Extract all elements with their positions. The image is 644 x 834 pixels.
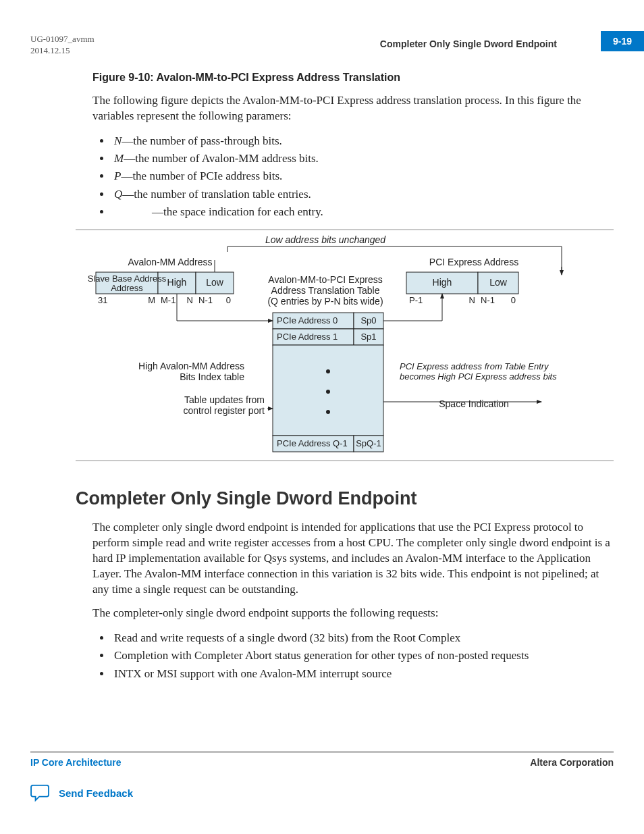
send-feedback-link[interactable]: Send Feedback: [30, 784, 614, 802]
svg-text:Low address bits unchanged: Low address bits unchanged: [265, 234, 386, 245]
svg-text:PCIe Address Q-1: PCIe Address Q-1: [277, 438, 348, 448]
doc-meta: UG-01097_avmm 2014.12.15: [30, 34, 95, 57]
svg-text:0: 0: [226, 295, 231, 305]
svg-text:High: High: [167, 277, 187, 288]
svg-text:Avalon-MM-to-PCI Express: Avalon-MM-to-PCI Express: [268, 274, 382, 285]
svg-text:Slave Base Address: Slave Base Address: [88, 273, 167, 284]
list-item: M—the number of Avalon-MM address bits.: [111, 150, 614, 167]
page-header: UG-01097_avmm 2014.12.15 Completer Only …: [30, 34, 614, 57]
feedback-label: Send Feedback: [59, 787, 133, 799]
requests-list: Read and write requests of a single dwor…: [92, 629, 614, 683]
list-item: INTX or MSI support with one Avalon‑MM i…: [111, 665, 614, 683]
page-footer: IP Core Architecture Altera Corporation …: [30, 751, 614, 802]
section-heading: Completer Only Single Dword Endpoint: [76, 488, 614, 509]
list-item: —the space indication for each entry.: [111, 203, 614, 221]
svg-text:SpQ-1: SpQ-1: [356, 438, 381, 448]
svg-text:High Avalon-MM Address: High Avalon-MM Address: [138, 361, 244, 371]
list-item: Completion with Completer Abort status g…: [111, 647, 614, 664]
figure-caption: Figure 9-10: Avalon-MM-to-PCI Express Ad…: [92, 72, 614, 84]
svg-text:31: 31: [98, 295, 107, 305]
svg-text:P-1: P-1: [409, 295, 423, 305]
svg-text:N-1: N-1: [481, 295, 495, 305]
divider: [76, 229, 614, 230]
variable-list: N—the number of pass-through bits. M—the…: [92, 132, 614, 221]
svg-text:M: M: [148, 295, 155, 305]
svg-text:Address Translation Table: Address Translation Table: [271, 285, 380, 296]
svg-text:(Q entries by P-N bits wide): (Q entries by P-N bits wide): [267, 296, 383, 307]
list-item: N—the number of pass-through bits.: [111, 132, 614, 150]
svg-text:High: High: [433, 277, 452, 288]
svg-text:Address: Address: [111, 283, 143, 293]
intro-paragraph: The following figure depicts the Avalon-…: [92, 93, 614, 124]
svg-text:0: 0: [511, 295, 516, 305]
svg-text:control register port: control register port: [183, 405, 265, 416]
list-item: Read and write requests of a single dwor…: [111, 629, 614, 647]
svg-text:Space Indication: Space Indication: [439, 398, 509, 409]
svg-text:Avalon-MM Address: Avalon-MM Address: [128, 257, 212, 267]
svg-point-36: [326, 369, 330, 373]
svg-text:PCIe Address 1: PCIe Address 1: [277, 332, 338, 342]
svg-text:Low: Low: [489, 277, 508, 288]
svg-text:PCIe Address 0: PCIe Address 0: [277, 315, 338, 325]
section-paragraph: The completer only single dword endpoint…: [92, 520, 614, 598]
svg-text:N: N: [187, 295, 193, 305]
svg-text:Table updates from: Table updates from: [184, 394, 265, 405]
svg-text:N-1: N-1: [198, 295, 213, 305]
footer-left-link[interactable]: IP Core Architecture: [30, 757, 122, 768]
svg-text:PCI Express address from Table: PCI Express address from Table Entry: [400, 361, 549, 371]
svg-text:N: N: [469, 295, 475, 305]
page-number-tab: 9-19: [601, 31, 644, 51]
list-item: Q—the number of translation table entrie…: [111, 186, 614, 203]
svg-text:Sp1: Sp1: [360, 332, 376, 342]
svg-text:becomes High PCI Express addre: becomes High PCI Express address bits: [400, 371, 557, 382]
svg-text:M-1: M-1: [161, 295, 176, 305]
svg-point-38: [326, 410, 330, 414]
footer-company: Altera Corporation: [530, 757, 614, 768]
feedback-icon: [30, 784, 51, 802]
divider: [76, 460, 614, 461]
section-paragraph: The completer-only single dword endpoint…: [92, 606, 614, 621]
svg-point-37: [326, 390, 330, 394]
svg-text:Bits Index table: Bits Index table: [180, 371, 244, 382]
svg-text:Sp0: Sp0: [360, 315, 376, 325]
header-section-title: Completer Only Single Dword Endpoint: [380, 38, 557, 49]
svg-text:PCI Express Address: PCI Express Address: [429, 257, 518, 267]
svg-text:Low: Low: [206, 277, 224, 288]
doc-id: UG-01097_avmm: [30, 34, 95, 45]
list-item: P—the number of PCIe address bits.: [111, 167, 614, 185]
address-translation-diagram: Low address bits unchanged Avalon-MM Add…: [55, 233, 589, 456]
doc-date: 2014.12.15: [30, 45, 95, 57]
